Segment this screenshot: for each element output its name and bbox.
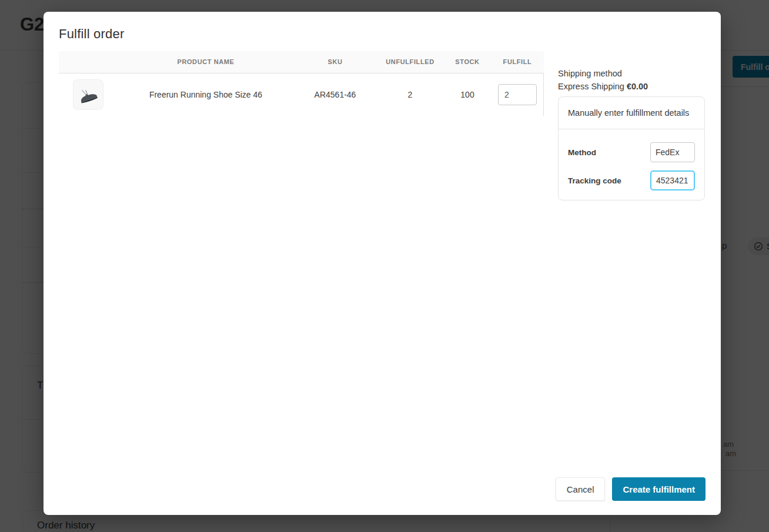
column-header-unfulfilled: UNFULFILLED xyxy=(376,51,444,73)
column-header-stock: STOCK xyxy=(444,51,491,73)
shipping-method-value: Express Shipping €0.00 xyxy=(558,80,705,93)
shipping-carrier-input[interactable] xyxy=(650,142,695,162)
tracking-row: Tracking code xyxy=(568,170,695,190)
unfulfilled-cell: 2 xyxy=(376,73,444,116)
shipping-method-name: Express Shipping xyxy=(558,82,627,91)
running-shoe-icon xyxy=(77,85,99,105)
manual-card-title: Manually enter fulfillment details xyxy=(559,97,704,129)
column-header-sku: SKU xyxy=(294,51,376,73)
table-header-row: PRODUCT NAME SKU UNFULFILLED STOCK FULFI… xyxy=(59,51,544,73)
column-header-thumbnail xyxy=(59,51,118,73)
dialog-actions: Cancel Create fulfillment xyxy=(44,477,721,515)
shipping-pane: Shipping method Express Shipping €0.00 M… xyxy=(558,51,705,477)
sku-cell: AR4561-46 xyxy=(294,73,376,116)
manual-fulfillment-card: Manually enter fulfillment details Metho… xyxy=(558,96,705,200)
table-row: Freerun Running Shoe Size 46 AR4561-46 2… xyxy=(59,73,544,116)
column-header-fulfill: FULFILL xyxy=(491,51,544,73)
create-fulfillment-button[interactable]: Create fulfillment xyxy=(612,477,706,501)
column-header-product-name: PRODUCT NAME xyxy=(118,51,294,73)
cancel-button[interactable]: Cancel xyxy=(556,477,606,501)
stock-cell: 100 xyxy=(444,73,491,116)
products-pane: PRODUCT NAME SKU UNFULFILLED STOCK FULFI… xyxy=(59,51,544,477)
shipping-method-heading: Shipping method xyxy=(558,67,705,80)
product-thumbnail xyxy=(73,79,103,110)
tracking-code-label: Tracking code xyxy=(568,176,621,185)
product-name-cell: Freerun Running Shoe Size 46 xyxy=(118,73,294,116)
dialog-title: Fulfill order xyxy=(44,12,721,51)
fulfill-order-dialog: Fulfill order PRODUCT NAME SKU UNFULFILL… xyxy=(44,12,721,515)
tracking-code-input[interactable] xyxy=(650,170,695,190)
method-row: Method xyxy=(568,142,695,162)
fulfill-products-table: PRODUCT NAME SKU UNFULFILLED STOCK FULFI… xyxy=(59,51,544,116)
method-label: Method xyxy=(568,148,596,157)
shipping-price: €0.00 xyxy=(627,82,648,91)
fulfill-quantity-input[interactable] xyxy=(498,84,537,105)
